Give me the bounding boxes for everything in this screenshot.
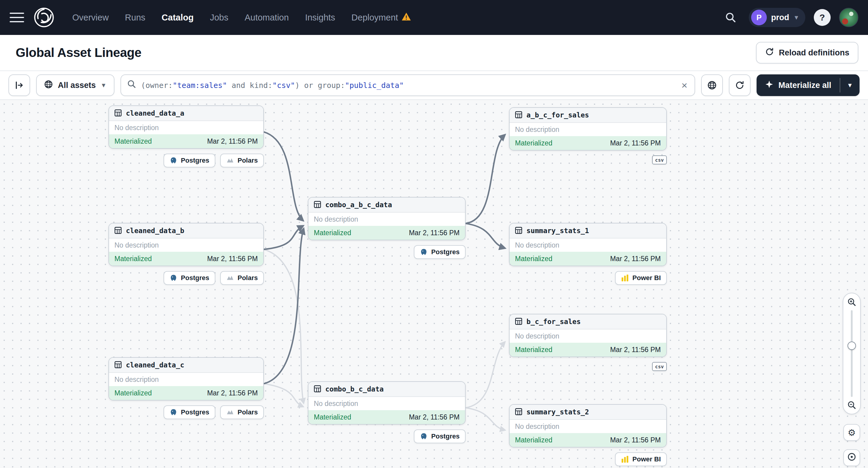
asset-node-combo_a_b_c_data[interactable]: combo_a_b_c_dataNo descriptionMaterializ… bbox=[308, 197, 466, 240]
asset-node-header[interactable]: cleaned_data_a bbox=[109, 106, 263, 121]
materialize-options-caret[interactable]: ▼ bbox=[840, 74, 860, 96]
user-avatar[interactable] bbox=[839, 8, 858, 27]
table-icon bbox=[115, 360, 122, 371]
query-segment: "public_data" bbox=[345, 81, 404, 90]
nav-item-automation[interactable]: Automation bbox=[245, 13, 289, 23]
kind-tags-row: PostgresPolars bbox=[108, 271, 264, 285]
kind-tag-csv[interactable]: csv bbox=[652, 362, 667, 371]
zoom-in-button[interactable] bbox=[847, 298, 856, 307]
asset-status-row[interactable]: MaterializedMar 2, 11:56 PM bbox=[509, 433, 666, 447]
kind-tag-powerbi[interactable]: Power BI bbox=[615, 271, 667, 285]
recenter-button[interactable] bbox=[843, 449, 860, 466]
asset-status-row[interactable]: MaterializedMar 2, 11:56 PM bbox=[308, 226, 465, 240]
asset-node-header[interactable]: summary_stats_1 bbox=[509, 223, 666, 239]
asset-node-summary_stats_1[interactable]: summary_stats_1No descriptionMaterialize… bbox=[509, 223, 667, 266]
table-icon bbox=[115, 108, 122, 119]
page-title: Global Asset Lineage bbox=[16, 45, 142, 60]
nav-item-insights[interactable]: Insights bbox=[305, 13, 335, 23]
edge-cleaned_data_a-to-combo_a_b_c_data bbox=[264, 132, 303, 220]
kind-tag-polars[interactable]: Polars bbox=[220, 154, 264, 167]
kind-tag-postgres[interactable]: Postgres bbox=[414, 430, 466, 443]
help-button[interactable]: ? bbox=[814, 9, 831, 26]
powerbi-icon bbox=[621, 274, 629, 282]
kind-tag-csv[interactable]: csv bbox=[652, 155, 667, 164]
kind-tag-polars[interactable]: Polars bbox=[220, 271, 264, 285]
asset-node-header[interactable]: cleaned_data_c bbox=[109, 358, 263, 373]
refresh-button[interactable] bbox=[729, 74, 750, 96]
powerbi-icon bbox=[621, 455, 629, 463]
asset-node-header[interactable]: a_b_c_for_sales bbox=[509, 108, 666, 123]
asset-description: No description bbox=[509, 239, 666, 252]
kind-tag-postgres[interactable]: Postgres bbox=[163, 405, 215, 419]
nav-item-runs[interactable]: Runs bbox=[125, 13, 146, 23]
gear-icon: ⚙ bbox=[848, 427, 856, 438]
asset-node-header[interactable]: cleaned_data_b bbox=[109, 223, 263, 239]
nav-item-catalog[interactable]: Catalog bbox=[162, 13, 194, 23]
asset-name: combo_a_b_c_data bbox=[325, 201, 392, 209]
asset-description: No description bbox=[308, 213, 465, 226]
asset-node-cleaned_data_b[interactable]: cleaned_data_bNo descriptionMaterialized… bbox=[108, 223, 264, 266]
kind-tag-postgres[interactable]: Postgres bbox=[163, 154, 215, 167]
reload-definitions-label: Reload definitions bbox=[779, 48, 849, 58]
asset-description: No description bbox=[109, 121, 263, 134]
materialized-label: Materialized bbox=[115, 255, 152, 263]
asset-node-b_c_for_sales[interactable]: b_c_for_salesNo descriptionMaterializedM… bbox=[509, 314, 667, 357]
asset-search-input[interactable]: (owner:"team:sales" and kind:"csv") or g… bbox=[121, 74, 695, 96]
asset-node-header[interactable]: b_c_for_sales bbox=[509, 314, 666, 330]
polars-icon bbox=[226, 408, 234, 416]
clear-search-icon[interactable]: × bbox=[680, 80, 689, 90]
asset-node-header[interactable]: summary_stats_2 bbox=[509, 405, 666, 420]
asset-status-row[interactable]: MaterializedMar 2, 11:56 PM bbox=[109, 252, 263, 266]
asset-scope-label: All assets bbox=[58, 81, 96, 90]
zoom-out-button[interactable] bbox=[847, 401, 856, 410]
menu-icon[interactable] bbox=[10, 13, 24, 22]
postgres-icon bbox=[420, 248, 428, 256]
materialized-timestamp: Mar 2, 11:56 PM bbox=[207, 255, 258, 263]
postgres-icon bbox=[420, 433, 428, 440]
kind-tag-label: Power BI bbox=[632, 274, 661, 282]
kind-tag-postgres[interactable]: Postgres bbox=[163, 271, 215, 285]
kind-tag-postgres[interactable]: Postgres bbox=[414, 245, 466, 259]
edge-cleaned_data_b-to-combo_b_c_data bbox=[264, 249, 304, 403]
asset-groups-globe-button[interactable] bbox=[701, 74, 723, 96]
chevron-down-icon: ▼ bbox=[793, 14, 799, 21]
search-icon[interactable] bbox=[721, 8, 740, 27]
asset-node-a_b_c_for_sales[interactable]: a_b_c_for_salesNo descriptionMaterialize… bbox=[509, 107, 667, 151]
kind-tag-polars[interactable]: Polars bbox=[220, 405, 264, 419]
nav-item-overview[interactable]: Overview bbox=[72, 13, 109, 23]
zoom-slider[interactable] bbox=[847, 310, 857, 397]
zoom-slider-handle[interactable] bbox=[847, 342, 856, 350]
nav-item-label: Runs bbox=[125, 13, 146, 23]
open-sidebar-panel-button[interactable] bbox=[8, 74, 30, 96]
asset-node-cleaned_data_c[interactable]: cleaned_data_cNo descriptionMaterialized… bbox=[108, 357, 264, 401]
asset-name: cleaned_data_c bbox=[126, 361, 184, 369]
deployment-initial: P bbox=[751, 10, 767, 25]
lineage-canvas[interactable]: cleaned_data_aNo descriptionMaterialized… bbox=[0, 100, 868, 468]
asset-status-row[interactable]: MaterializedMar 2, 11:56 PM bbox=[509, 136, 666, 150]
asset-description: No description bbox=[109, 373, 263, 386]
deployment-switcher[interactable]: P prod ▼ bbox=[749, 8, 805, 27]
asset-node-cleaned_data_a[interactable]: cleaned_data_aNo descriptionMaterialized… bbox=[108, 105, 264, 149]
materialize-all-button[interactable]: Materialize all bbox=[756, 74, 840, 96]
asset-status-row[interactable]: MaterializedMar 2, 11:56 PM bbox=[509, 252, 666, 266]
asset-node-header[interactable]: combo_b_c_data bbox=[308, 382, 465, 397]
kind-tag-label: Postgres bbox=[181, 408, 209, 416]
asset-status-row[interactable]: MaterializedMar 2, 11:56 PM bbox=[509, 343, 666, 356]
asset-node-combo_b_c_data[interactable]: combo_b_c_dataNo descriptionMaterialized… bbox=[308, 381, 466, 425]
nav-item-jobs[interactable]: Jobs bbox=[210, 13, 228, 23]
materialized-label: Materialized bbox=[515, 346, 552, 354]
query-segment: "team:sales" bbox=[173, 81, 227, 90]
asset-scope-dropdown[interactable]: All assets ▼ bbox=[36, 74, 115, 96]
asset-node-header[interactable]: combo_a_b_c_data bbox=[308, 197, 465, 213]
settings-button[interactable]: ⚙ bbox=[843, 424, 860, 441]
kind-tag-powerbi[interactable]: Power BI bbox=[615, 453, 667, 466]
asset-status-row[interactable]: MaterializedMar 2, 11:56 PM bbox=[109, 134, 263, 148]
search-query[interactable]: (owner:"team:sales" and kind:"csv") or g… bbox=[141, 81, 676, 90]
dagster-logo[interactable] bbox=[33, 6, 55, 29]
postgres-icon bbox=[169, 408, 177, 416]
asset-node-summary_stats_2[interactable]: summary_stats_2No descriptionMaterialize… bbox=[509, 404, 667, 447]
asset-status-row[interactable]: MaterializedMar 2, 11:56 PM bbox=[308, 410, 465, 424]
asset-status-row[interactable]: MaterializedMar 2, 11:56 PM bbox=[109, 386, 263, 400]
reload-definitions-button[interactable]: Reload definitions bbox=[756, 42, 858, 64]
nav-item-deployment[interactable]: Deployment bbox=[351, 13, 411, 23]
